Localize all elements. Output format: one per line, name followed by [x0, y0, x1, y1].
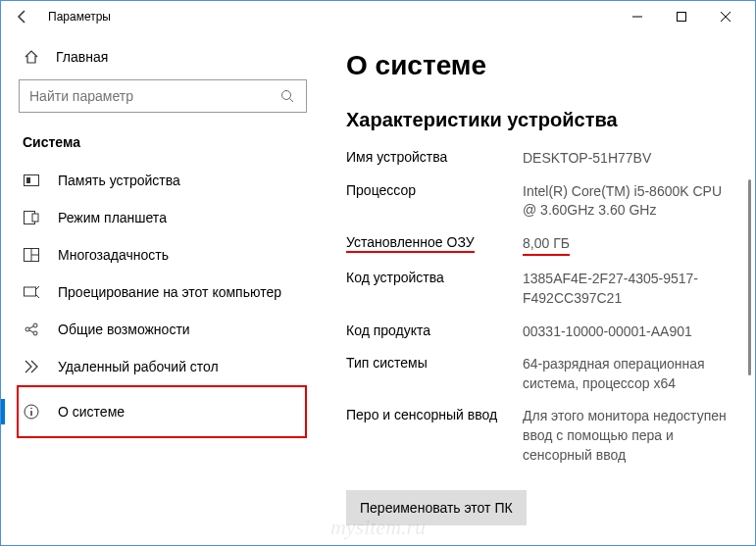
spec-label: Код продукта — [346, 323, 523, 342]
sidebar-item-remote[interactable]: Удаленный рабочий стол — [19, 348, 307, 385]
spec-ram: Установленное ОЗУ 8,00 ГБ — [346, 234, 737, 257]
minimize-button[interactable] — [615, 2, 659, 31]
sidebar-item-label: Проецирование на этот компьютер — [58, 284, 281, 300]
spec-value: 1385AF4E-2F27-4305-9517-F492CC397C21 — [523, 270, 737, 308]
spec-system-type: Тип системы 64-разрядная операционная си… — [346, 355, 737, 393]
window-title: Параметры — [48, 10, 111, 24]
sidebar-item-tablet[interactable]: Режим планшета — [19, 199, 307, 236]
spec-label: Перо и сенсорный ввод — [346, 407, 523, 465]
spec-value: 8,00 ГБ — [523, 234, 737, 257]
svg-point-20 — [30, 408, 32, 410]
home-icon — [23, 48, 40, 66]
sidebar-item-projecting[interactable]: Проецирование на этот компьютер — [19, 273, 307, 311]
remote-icon — [23, 358, 40, 375]
back-button[interactable] — [9, 3, 36, 30]
section-title: Характеристики устройства — [346, 109, 737, 131]
sidebar-item-label: Удаленный рабочий стол — [58, 359, 219, 374]
sidebar-item-label: Память устройства — [58, 173, 180, 188]
projecting-icon — [23, 283, 40, 301]
svg-point-4 — [282, 91, 291, 100]
svg-rect-9 — [32, 214, 38, 222]
maximize-button[interactable] — [659, 2, 703, 31]
spec-value: Для этого монитора недоступен ввод с пом… — [523, 407, 737, 465]
spec-processor: Процессор Intel(R) Core(TM) i5-8600K CPU… — [346, 182, 737, 221]
svg-point-14 — [25, 327, 29, 331]
spec-value: 64-разрядная операционная система, проце… — [523, 355, 737, 393]
spec-value: DESKTOP-51H77BV — [523, 149, 737, 169]
sidebar-item-storage[interactable]: Память устройства — [19, 162, 307, 199]
spec-label: Код устройства — [346, 270, 523, 308]
spec-value: Intel(R) Core(TM) i5-8600K CPU @ 3.60GHz… — [523, 182, 737, 221]
sidebar-item-about[interactable]: О системе — [19, 393, 281, 430]
svg-rect-13 — [25, 287, 36, 296]
spec-product-id: Код продукта 00331-10000-00001-AA901 — [346, 323, 737, 342]
content-area: О системе Характеристики устройства Имя … — [325, 32, 755, 545]
info-icon — [23, 403, 40, 421]
page-title: О системе — [346, 50, 737, 81]
svg-rect-6 — [25, 175, 39, 186]
spec-label: Имя устройства — [346, 149, 523, 169]
search-input[interactable] — [19, 79, 307, 113]
svg-rect-1 — [677, 13, 685, 22]
sidebar: Главная Система Память устройства Режим … — [1, 32, 325, 545]
spec-pen-touch: Перо и сенсорный ввод Для этого монитора… — [346, 407, 737, 465]
spec-label: Процессор — [346, 182, 523, 221]
shared-icon — [23, 321, 40, 338]
spec-label: Тип системы — [346, 355, 523, 393]
sidebar-item-label: Режим планшета — [58, 210, 167, 225]
sidebar-item-label: Многозадачность — [58, 247, 169, 263]
sidebar-item-label: О системе — [58, 404, 125, 420]
rename-pc-button[interactable]: Переименовать этот ПК — [346, 490, 527, 525]
close-button[interactable] — [703, 2, 747, 31]
section-heading: Система — [19, 134, 307, 150]
svg-line-5 — [290, 99, 294, 103]
home-link[interactable]: Главная — [19, 40, 307, 79]
spec-label: Установленное ОЗУ — [346, 234, 523, 257]
highlight-annotation: О системе — [17, 385, 307, 438]
multitask-icon — [23, 246, 40, 264]
svg-line-18 — [29, 330, 33, 332]
tablet-icon — [23, 209, 40, 226]
svg-rect-7 — [26, 177, 30, 183]
home-label: Главная — [56, 49, 108, 65]
scrollbar[interactable] — [748, 179, 751, 375]
sidebar-item-shared[interactable]: Общие возможности — [19, 311, 307, 348]
titlebar: Параметры — [1, 1, 755, 32]
svg-point-15 — [33, 323, 37, 327]
storage-icon — [23, 172, 40, 189]
svg-point-16 — [33, 331, 37, 335]
spec-device-name: Имя устройства DESKTOP-51H77BV — [346, 149, 737, 169]
svg-line-17 — [29, 326, 33, 328]
spec-device-id: Код устройства 1385AF4E-2F27-4305-9517-F… — [346, 270, 737, 308]
sidebar-item-label: Общие возможности — [58, 322, 190, 337]
spec-value: 00331-10000-00001-AA901 — [523, 323, 737, 342]
search-icon — [278, 87, 296, 105]
sidebar-item-multitask[interactable]: Многозадачность — [19, 236, 307, 273]
search-field[interactable] — [29, 88, 278, 104]
